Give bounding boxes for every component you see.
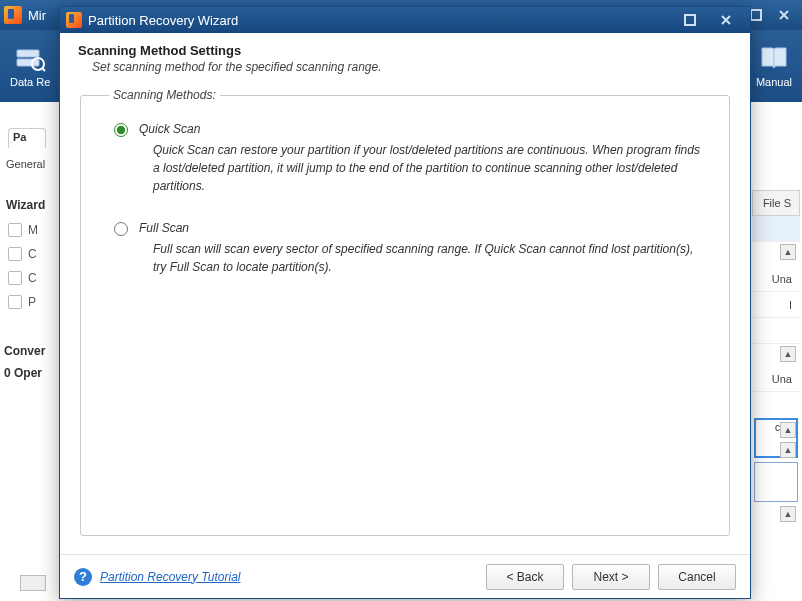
operations-pending-label: 0 Oper [4,366,42,380]
full-scan-radio[interactable] [114,222,128,236]
svg-rect-3 [17,59,39,66]
dialog-close-button[interactable] [708,9,744,31]
table-row[interactable]: I [752,292,800,318]
book-icon [758,44,790,72]
scrollbar-stub[interactable] [20,575,46,591]
dialog-subheading: Set scanning method for the specified sc… [92,60,732,74]
quick-scan-label[interactable]: Quick Scan [139,122,200,136]
scroll-up-button[interactable]: ▲ [780,346,796,362]
back-button[interactable]: < Back [486,564,564,590]
scanning-methods-legend: Scanning Methods: [109,88,220,102]
full-scan-description: Full scan will scan every sector of spec… [153,240,701,276]
svg-rect-1 [751,10,761,20]
scanning-methods-group: Scanning Methods: Quick Scan Quick Scan … [80,88,730,536]
app-icon [4,6,22,24]
dialog-title: Partition Recovery Wizard [88,13,238,28]
table-row[interactable]: Una [752,266,800,292]
wizard-icon [8,271,22,285]
toolbar-item-data-recovery[interactable]: Data Re [10,44,50,88]
sidebar-item[interactable]: C [2,266,52,290]
sidebar-section-general: General [6,158,45,170]
table-row[interactable]: Una [752,366,800,392]
table-row[interactable] [752,318,800,344]
help-icon: ? [74,568,92,586]
toolbar-item-label: Manual [756,76,792,88]
scroll-up-button[interactable]: ▲ [780,422,796,438]
disk-strip[interactable] [754,462,798,502]
wizard-icon [8,247,22,261]
sidebar-tab-partition[interactable]: Pa [8,128,46,148]
wizard-icon [8,295,22,309]
help-tutorial-link[interactable]: Partition Recovery Tutorial [100,570,241,584]
dialog-header: Scanning Method Settings Set scanning me… [60,33,750,82]
sidebar-section-wizards: Wizard [6,198,45,212]
sidebar-item[interactable]: C [2,242,52,266]
partition-recovery-wizard-dialog: Partition Recovery Wizard Scanning Metho… [59,6,751,599]
table-row[interactable] [752,216,800,242]
disk-table-fragment: File S ▲ Una I ▲ Una ▲ ▲ cate ▲ [752,190,800,506]
outer-window-title: Mir [28,8,46,23]
dialog-maximize-button[interactable] [672,9,708,31]
sidebar-items: M C C P [2,218,52,314]
outer-close-button[interactable] [770,3,798,27]
drive-search-icon [14,44,46,72]
option-full-scan[interactable]: Full Scan [109,219,701,236]
sidebar-item[interactable]: P [2,290,52,314]
wizard-icon [8,223,22,237]
cancel-button[interactable]: Cancel [658,564,736,590]
dialog-footer: ? Partition Recovery Tutorial < Back Nex… [60,554,750,598]
toolbar-item-label: Data Re [10,76,50,88]
svg-rect-6 [685,15,695,25]
option-quick-scan[interactable]: Quick Scan [109,120,701,137]
dialog-titlebar: Partition Recovery Wizard [60,7,750,33]
scroll-up-button[interactable]: ▲ [780,244,796,260]
dialog-heading: Scanning Method Settings [78,43,732,58]
toolbar-item-manual[interactable]: Manual [756,44,792,88]
svg-line-5 [42,68,45,71]
scroll-up-button[interactable]: ▲ [780,442,796,458]
dialog-body: Scanning Methods: Quick Scan Quick Scan … [60,82,750,554]
help-area: ? Partition Recovery Tutorial [74,568,241,586]
sidebar-section-convert: Conver [0,344,45,358]
quick-scan-description: Quick Scan can restore your partition if… [153,141,701,195]
svg-rect-2 [17,50,39,57]
sidebar-item[interactable]: M [2,218,52,242]
full-scan-label[interactable]: Full Scan [139,221,189,235]
column-header-filesystem[interactable]: File S [752,190,800,216]
next-button[interactable]: Next > [572,564,650,590]
app-icon [66,12,82,28]
scroll-up-button[interactable]: ▲ [780,506,796,522]
quick-scan-radio[interactable] [114,123,128,137]
